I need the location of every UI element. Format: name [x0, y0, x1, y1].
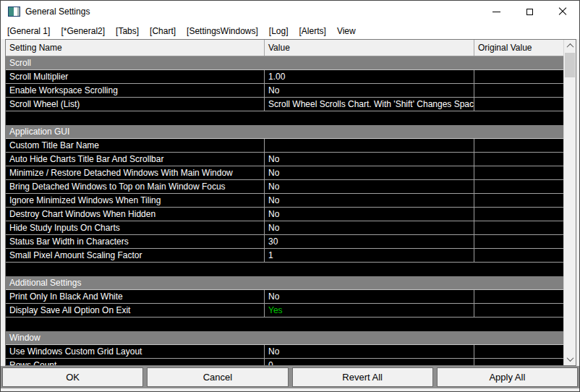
original-value-cell: [474, 221, 563, 234]
original-value-cell: [474, 84, 563, 97]
minimize-button[interactable]: [479, 1, 513, 22]
maximize-button[interactable]: [513, 1, 546, 22]
app-icon: [8, 7, 20, 17]
menu-item-view[interactable]: View: [337, 26, 356, 36]
settings-table: Setting Name Value Original Value Scroll…: [5, 39, 576, 366]
setting-value-cell[interactable]: 30: [265, 235, 474, 248]
setting-name-cell: Status Bar Width in Characters: [6, 235, 265, 248]
scroll-up-button[interactable]: [564, 40, 576, 52]
ok-button[interactable]: OK: [2, 367, 143, 387]
setting-value-cell[interactable]: 1: [265, 249, 474, 262]
revert-all-button[interactable]: Revert All: [292, 367, 433, 387]
spacer-row: [6, 263, 563, 276]
dialog-button-row: OKCancelRevert AllApply All: [1, 366, 579, 388]
original-value-cell: [474, 70, 563, 83]
section-header-scroll: Scroll: [6, 56, 563, 70]
table-row-bring-detached-windows-to-top-on-main-window-focus[interactable]: Bring Detached Windows to Top on Main Wi…: [6, 180, 563, 194]
table-row-scroll-multiplier[interactable]: Scroll Multiplier1.00: [6, 70, 563, 84]
table-row-hide-study-inputs-on-charts[interactable]: Hide Study Inputs On ChartsNo: [6, 221, 563, 235]
table-row-destroy-chart-windows-when-hidden[interactable]: Destroy Chart Windows When HiddenNo: [6, 208, 563, 221]
original-value-cell: [474, 304, 563, 317]
setting-name-cell: Minimize / Restore Detached Windows With…: [6, 166, 265, 179]
menu-bar: [General 1][*General2][Tabs][Chart][Sett…: [1, 22, 579, 39]
table-row-scroll-wheel-list[interactable]: Scroll Wheel (List)Scroll Wheel Scrolls …: [6, 98, 563, 111]
general-settings-dialog: General Settings [General 1][*General2][…: [0, 0, 580, 392]
table-row-status-bar-width-in-characters[interactable]: Status Bar Width in Characters30: [6, 235, 563, 249]
menu-item-chart[interactable]: [Chart]: [150, 26, 176, 36]
table-row-use-windows-custom-grid-layout[interactable]: Use Windows Custom Grid LayoutNo: [6, 345, 563, 359]
setting-value-cell[interactable]: [265, 139, 474, 152]
setting-name-cell: Destroy Chart Windows When Hidden: [6, 208, 265, 221]
column-header-original-value[interactable]: Original Value: [474, 40, 563, 56]
table-body: ScrollScroll Multiplier1.00Enable Worksp…: [6, 56, 563, 365]
table-row-ignore-minimized-windows-when-tiling[interactable]: Ignore Minimized Windows When TilingNo: [6, 194, 563, 208]
setting-value-cell[interactable]: No: [265, 84, 474, 97]
scroll-down-button[interactable]: [564, 353, 576, 365]
menu-item-general2[interactable]: [*General2]: [61, 26, 105, 36]
setting-name-cell: Small Pixel Amount Scaling Factor: [6, 249, 265, 262]
setting-name-cell: Use Windows Custom Grid Layout: [6, 345, 265, 358]
original-value-cell: [474, 180, 563, 193]
menu-item-settingswindows[interactable]: [SettingsWindows]: [187, 26, 258, 36]
setting-name-cell: Auto Hide Charts Title Bar And Scrollbar: [6, 153, 265, 166]
setting-value-cell[interactable]: No: [265, 345, 474, 358]
column-header-setting-name[interactable]: Setting Name: [6, 40, 265, 56]
table-row-small-pixel-amount-scaling-factor[interactable]: Small Pixel Amount Scaling Factor1: [6, 249, 563, 263]
setting-value-cell[interactable]: No: [265, 194, 474, 207]
setting-name-cell: Enable Workspace Scrolling: [6, 84, 265, 97]
setting-name-cell: Display Save All Option On Exit: [6, 304, 265, 317]
table-row-print-only-in-black-and-white[interactable]: Print Only In Black And WhiteNo: [6, 290, 563, 304]
settings-grid: Setting Name Value Original Value Scroll…: [6, 40, 563, 365]
cancel-button[interactable]: Cancel: [147, 367, 288, 387]
menu-item-alerts[interactable]: [Alerts]: [299, 26, 326, 36]
original-value-cell: [474, 98, 563, 111]
table-row-minimize-restore-detached-windows-with-main-window[interactable]: Minimize / Restore Detached Windows With…: [6, 166, 563, 180]
setting-value-cell[interactable]: No: [265, 180, 474, 193]
setting-value-cell[interactable]: 0: [265, 359, 474, 365]
chevron-up-icon: [567, 43, 574, 51]
setting-value-cell[interactable]: 1.00: [265, 70, 474, 83]
setting-value-cell[interactable]: Yes: [265, 304, 474, 317]
spacer-row: [6, 111, 563, 125]
setting-value-cell[interactable]: No: [265, 221, 474, 234]
scrollbar-thumb[interactable]: [565, 53, 575, 77]
close-button[interactable]: [546, 1, 579, 22]
original-value-cell: [474, 153, 563, 166]
menu-item-general-1[interactable]: [General 1]: [7, 26, 50, 36]
original-value-cell: [474, 249, 563, 262]
table-row-display-save-all-option-on-exit[interactable]: Display Save All Option On ExitYes: [6, 304, 563, 318]
section-header-application-gui: Application GUI: [6, 125, 563, 139]
original-value-cell: [474, 290, 563, 303]
table-row-enable-workspace-scrolling[interactable]: Enable Workspace ScrollingNo: [6, 84, 563, 98]
original-value-cell: [474, 194, 563, 207]
setting-value-cell[interactable]: No: [265, 208, 474, 221]
spacer-row: [6, 318, 563, 331]
setting-name-cell: Rows Count: [6, 359, 265, 365]
original-value-cell: [474, 235, 563, 248]
setting-value-cell[interactable]: Scroll Wheel Scrolls Chart. With 'Shift'…: [265, 98, 474, 111]
setting-value-cell[interactable]: No: [265, 153, 474, 166]
setting-name-cell: Ignore Minimized Windows When Tiling: [6, 194, 265, 207]
original-value-cell: [474, 166, 563, 179]
setting-name-cell: Custom Title Bar Name: [6, 139, 265, 152]
table-row-custom-title-bar-name[interactable]: Custom Title Bar Name: [6, 139, 563, 153]
column-header-value[interactable]: Value: [265, 40, 474, 56]
title-bar[interactable]: General Settings: [1, 1, 579, 22]
vertical-scrollbar[interactable]: [563, 40, 576, 365]
section-header-window: Window: [6, 331, 563, 345]
section-header-additional-settings: Additional Settings: [6, 276, 563, 290]
original-value-cell: [474, 359, 563, 365]
table-row-rows-count[interactable]: Rows Count0: [6, 359, 563, 365]
window-title: General Settings: [25, 7, 90, 17]
setting-value-cell[interactable]: No: [265, 166, 474, 179]
menu-item-tabs[interactable]: [Tabs]: [116, 26, 139, 36]
setting-name-cell: Scroll Multiplier: [6, 70, 265, 83]
setting-name-cell: Scroll Wheel (List): [6, 98, 265, 111]
original-value-cell: [474, 208, 563, 221]
maximize-icon: [526, 9, 533, 15]
table-row-auto-hide-charts-title-bar-and-scrollbar[interactable]: Auto Hide Charts Title Bar And Scrollbar…: [6, 153, 563, 166]
setting-value-cell[interactable]: No: [265, 290, 474, 303]
apply-all-button[interactable]: Apply All: [437, 367, 578, 387]
menu-item-log[interactable]: [Log]: [269, 26, 289, 36]
setting-name-cell: Hide Study Inputs On Charts: [6, 221, 265, 234]
